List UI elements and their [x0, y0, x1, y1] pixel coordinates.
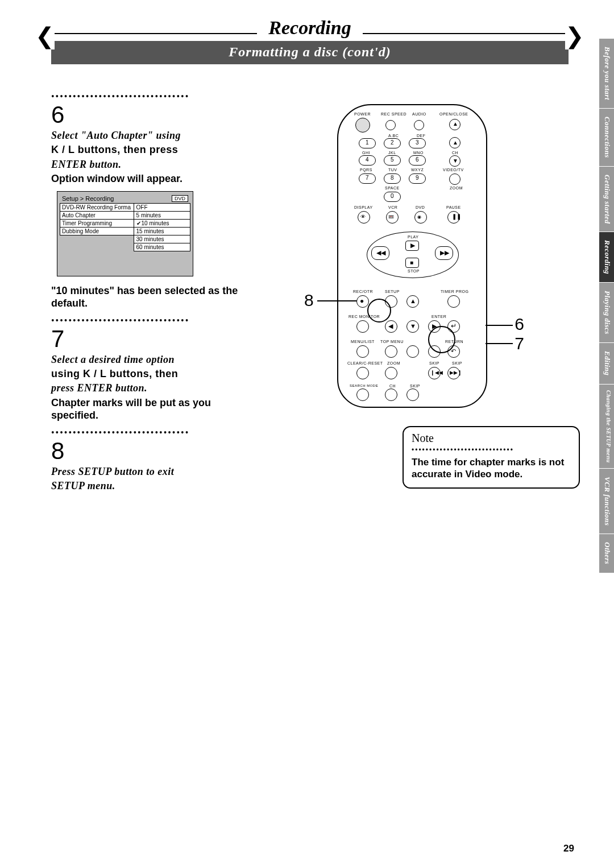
tab-before-you-start[interactable]: Before you start: [599, 39, 614, 109]
note-text: The time for chapter marks is not accura…: [412, 456, 571, 481]
osd-breadcrumb: Setup > Recording: [62, 195, 114, 202]
note-box: Note ••••••••••••••••••••••••••••• The t…: [403, 426, 580, 489]
tab-getting-started[interactable]: Getting started: [599, 167, 614, 233]
step-8-line2: SETUP menu.: [51, 480, 244, 493]
highlight-setup-button: [367, 299, 391, 323]
step-6-line1: Select "Auto Chapter" using: [51, 129, 244, 142]
osd-menu-right: OFF 5 minutes 10 minutes 15 minutes 30 m…: [134, 203, 190, 251]
step-7-line1: Select a desired time option: [51, 353, 244, 366]
highlight-enter-button: [428, 326, 455, 353]
osd-menu-left: DVD-RW Recording Forma Auto Chapter Time…: [60, 203, 134, 251]
steps-column: •••••••••••••••••••••••••••••••• 6 Selec…: [51, 87, 244, 494]
bracket-right: ❯: [565, 23, 584, 49]
step-6-note: "10 minutes" has been selected as the de…: [51, 284, 244, 310]
step-6-sub: Option window will appear.: [51, 172, 244, 185]
callout-8: 8: [304, 291, 314, 310]
tab-changing-setup[interactable]: Changing the SETUP menu: [599, 385, 614, 469]
tab-recording[interactable]: Recording: [599, 232, 614, 283]
osd-window: Setup > Recording DVD DVD-RW Recording F…: [57, 191, 193, 276]
callout-7: 7: [515, 334, 524, 353]
callout-6: 6: [515, 315, 524, 334]
page-number: 29: [563, 843, 574, 854]
tab-vcr-functions[interactable]: VCR functions: [599, 469, 614, 534]
step-7-sub: Chapter marks will be put as you specifi…: [51, 396, 244, 422]
page-title: Recording: [257, 17, 362, 39]
step-8-number: 8: [51, 439, 244, 463]
tab-connections[interactable]: Connections: [599, 109, 614, 167]
illustration-column: 8 6 7 POWER REC SPEED AUDIO OPEN/CLOSE ▲: [273, 87, 580, 494]
section-subtitle: Formatting a disc (cont'd): [51, 41, 569, 64]
step-6-line2: K / L buttons, then press: [51, 143, 244, 156]
step-7-number: 7: [51, 327, 244, 351]
note-title: Note: [412, 432, 571, 445]
osd-badge: DVD: [172, 195, 188, 202]
step-7-line2: using K / L buttons, then: [51, 367, 244, 381]
tab-others[interactable]: Others: [599, 534, 614, 573]
step-7-line3: press ENTER button.: [51, 382, 244, 395]
step-6-line3: ENTER button.: [51, 158, 244, 171]
bracket-left: ❮: [35, 23, 55, 49]
remote-control-illustration: POWER REC SPEED AUDIO OPEN/CLOSE ▲ A.BC …: [337, 104, 487, 408]
step-8-line1: Press SETUP button to exit: [51, 465, 244, 478]
tab-playing-discs[interactable]: Playing discs: [599, 283, 614, 343]
step-6-number: 6: [51, 103, 244, 127]
header: ❮ Recording ❯: [40, 17, 580, 39]
tab-editing[interactable]: Editing: [599, 343, 614, 384]
side-nav-tabs: Before you start Connections Getting sta…: [599, 39, 614, 573]
